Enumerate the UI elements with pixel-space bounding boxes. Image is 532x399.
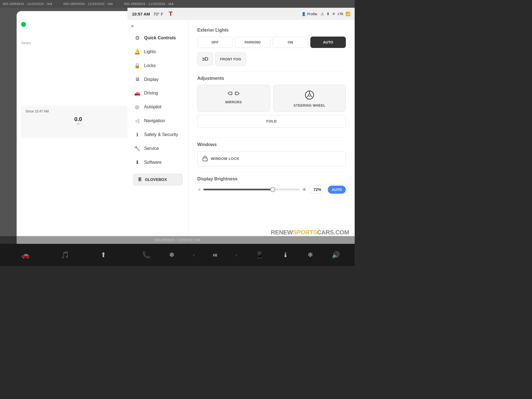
glovebox-button[interactable]: 🗄 GLOVEBOX <box>133 174 183 185</box>
nav-item-display[interactable]: 🖥 Display <box>127 73 188 86</box>
watermark-text-3: 000-28959034 - 11/20/2020 - IAA <box>124 2 174 6</box>
brightness-dim-icon: ☀ <box>197 187 201 192</box>
service-icon: 🔧 <box>134 145 140 152</box>
quick-controls-icon: ⊙ <box>134 35 140 41</box>
brightness-icon: ☀ <box>332 12 336 16</box>
windows-section: Windows WINDOW LOCK <box>197 142 346 166</box>
quick-controls-panel: × ⊙ Quick Controls 🔔 Lights 🔒 Locks 🖥 Di… <box>127 20 355 244</box>
lights-icon: 🔔 <box>134 49 140 55</box>
taskbar-climate-control[interactable]: HI <box>213 253 217 257</box>
download-icon: ⬇ <box>326 12 330 16</box>
nav-item-autopilot[interactable]: ◎ Autopilot <box>127 100 188 114</box>
fog-icon-button[interactable]: ↄD <box>197 52 213 66</box>
steering-wheel-button[interactable]: STEERING WHEEL <box>273 85 346 112</box>
divider-3 <box>197 172 346 172</box>
nav-item-service[interactable]: 🔧 Service <box>127 142 188 155</box>
mirrors-icon <box>227 90 240 98</box>
glovebox-label: GLOVEBOX <box>145 177 167 182</box>
light-buttons-row: OFF PARKING ON AUTO <box>197 37 346 48</box>
steering-wheel-icon <box>305 90 314 101</box>
taskbar-volume-icon[interactable]: 🔊 <box>332 251 340 259</box>
window-lock-label: WINDOW LOCK <box>211 157 239 161</box>
nav-item-safety-security[interactable]: ℹ Safety & Security <box>127 128 188 142</box>
taskbar: 🚗 🎵 ⬆ 📞 ❄ ‹ HI › 📱 🌡 ❄ 🔊 <box>0 244 355 266</box>
brightness-auto-button[interactable]: AUTO <box>328 186 346 194</box>
taskbar-defrost-icon[interactable]: 🌡 <box>282 251 289 259</box>
nav-menu: ⊙ Quick Controls 🔔 Lights 🔒 Locks 🖥 Disp… <box>127 20 188 244</box>
driving-icon: 🚗 <box>134 90 140 96</box>
nav-item-driving[interactable]: 🚗 Driving <box>127 86 188 100</box>
hi-label: HI <box>213 253 217 257</box>
nav-label-lights: Lights <box>144 49 156 54</box>
taskbar-call-icon[interactable]: 📱 <box>255 251 264 259</box>
brightness-slider[interactable] <box>203 189 300 190</box>
status-right-area: 👤 Profile ⚠ ⬇ ☀ LTE 📶 <box>301 12 350 16</box>
content-area: Exterior Lights OFF PARKING ON AUTO ↄD F… <box>188 20 355 244</box>
close-button[interactable]: × <box>131 23 134 29</box>
brightness-value: 72% <box>309 185 326 194</box>
window-lock-icon <box>202 155 208 162</box>
status-icons-group: ⚠ ⬇ ☀ LTE 📶 <box>321 12 350 16</box>
nav-item-lights[interactable]: 🔔 Lights <box>127 45 188 59</box>
light-parking-button[interactable]: PARKING <box>235 37 270 48</box>
steering-wheel-label: STEERING WHEEL <box>293 104 325 108</box>
software-icon: ⬇ <box>134 159 140 165</box>
nav-item-software[interactable]: ⬇ Software <box>127 155 188 169</box>
taskbar-apps-icon[interactable]: ⬆ <box>101 251 106 259</box>
watermark-bottom-bar: 000-28959034 - 11/20/2020 - IAA <box>0 236 355 244</box>
mirrors-label: MIRRORS <box>225 100 242 104</box>
exterior-lights-title: Exterior Lights <box>197 28 346 33</box>
svg-point-10 <box>308 94 311 96</box>
fold-button[interactable]: FOLD <box>197 115 346 127</box>
divider-2 <box>197 137 346 138</box>
glovebox-icon: 🗄 <box>138 177 142 182</box>
nav-label-service: Service <box>144 146 159 151</box>
mirrors-button[interactable]: MIRRORS <box>197 85 270 112</box>
status-bar: 10:57 AM 70° F T 👤 Profile ⚠ ⬇ ☀ LTE 📶 <box>127 8 355 20</box>
nav-label-autopilot: Autopilot <box>144 104 161 109</box>
taskbar-rear-icon[interactable]: ❄ <box>308 251 313 259</box>
status-temperature: 70° F <box>153 12 163 16</box>
nav-label-safety: Safety & Security <box>144 132 178 137</box>
taskbar-car-icon[interactable]: 🚗 <box>21 251 30 259</box>
signal-icon: 📶 <box>346 12 350 16</box>
windows-title: Windows <box>197 142 346 147</box>
taskbar-left: 🚗 🎵 ⬆ <box>0 251 127 259</box>
taskbar-next-icon[interactable]: › <box>236 253 237 257</box>
brightness-section: Display Brightness ☀ ☀ 72% AUTO <box>197 177 346 194</box>
light-on-button[interactable]: ON <box>273 37 308 48</box>
profile-button[interactable]: 👤 Profile <box>301 12 317 16</box>
nav-item-navigation[interactable]: ◁ Navigation <box>127 114 188 128</box>
nav-label-navigation: Navigation <box>144 118 165 123</box>
taskbar-fan-icon[interactable]: ❄ <box>169 251 175 259</box>
fog-buttons-row: ↄD FRONT FOG <box>197 52 346 66</box>
light-off-button[interactable]: OFF <box>197 37 233 48</box>
nav-label-locks: Locks <box>144 63 156 68</box>
nav-label-driving: Driving <box>144 91 158 96</box>
stats-since-time: Since 10:47 AM <box>25 109 49 113</box>
display-icon: 🖥 <box>134 76 140 82</box>
light-auto-button[interactable]: AUTO <box>310 37 346 48</box>
svg-rect-14 <box>203 158 207 161</box>
fog-light-icon: ↄD <box>202 56 208 62</box>
nav-item-locks[interactable]: 🔒 Locks <box>127 59 188 73</box>
navigation-icon: ◁ <box>134 118 140 124</box>
taskbar-music-icon[interactable]: 🎵 <box>61 251 69 259</box>
svg-line-13 <box>311 96 312 97</box>
brightness-thumb <box>270 187 275 192</box>
alert-icon: ⚠ <box>321 12 324 16</box>
window-lock-button[interactable]: WINDOW LOCK <box>197 151 346 166</box>
brightness-fill <box>203 189 273 190</box>
taskbar-phone-icon[interactable]: 📞 <box>142 251 150 259</box>
taskbar-prev-icon[interactable]: ‹ <box>193 253 195 257</box>
watermark-top-bar: 000-28959034 - 11/20/2020 - IAA 000-2895… <box>0 0 355 8</box>
left-indicator-dot <box>21 22 26 27</box>
nav-label-software: Software <box>144 160 162 165</box>
svg-line-12 <box>307 96 308 97</box>
adjustments-grid: MIRRORS STEERING WHEEL <box>197 85 346 112</box>
watermark-text-1: 000-28959034 - 11/20/2020 - IAA <box>3 2 52 6</box>
adjustments-title: Adjustments <box>197 76 346 81</box>
taskbar-right: 📞 ❄ ‹ HI › 📱 🌡 ❄ 🔊 <box>127 251 355 259</box>
front-fog-button[interactable]: FRONT FOG <box>215 52 246 66</box>
nav-item-quick-controls[interactable]: ⊙ Quick Controls <box>127 31 188 45</box>
